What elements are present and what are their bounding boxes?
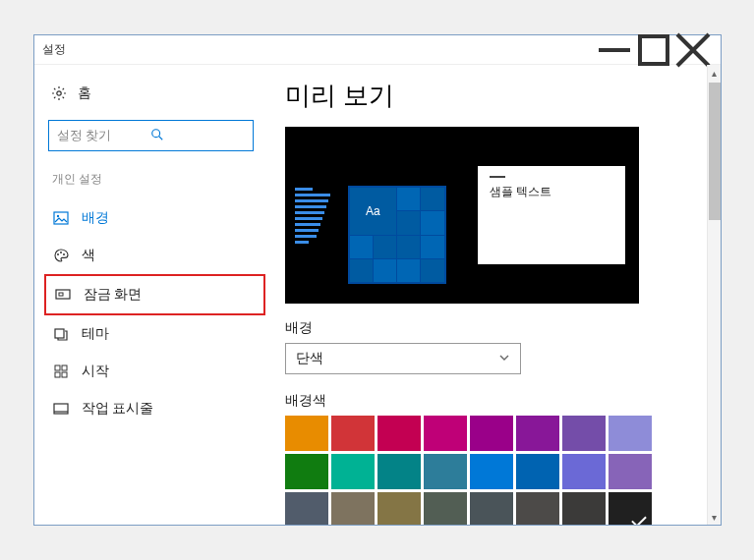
color-swatch[interactable] <box>285 416 328 451</box>
svg-point-11 <box>63 253 65 255</box>
color-swatch[interactable] <box>377 492 421 525</box>
svg-rect-7 <box>54 212 68 224</box>
sidebar-item-background[interactable]: 배경 <box>44 199 265 237</box>
color-swatch[interactable] <box>285 492 328 525</box>
color-swatch[interactable] <box>562 492 606 525</box>
color-swatch[interactable] <box>331 454 375 489</box>
sidebar: 홈 설정 찾기 개인 설정 배경 색 <box>34 65 265 525</box>
sidebar-item-colors[interactable]: 색 <box>44 237 265 274</box>
start-icon <box>52 363 70 380</box>
gear-icon <box>50 84 68 102</box>
sidebar-item-start[interactable]: 시작 <box>44 353 265 390</box>
color-swatch[interactable] <box>562 454 606 489</box>
svg-point-4 <box>56 91 60 95</box>
home-link[interactable]: 홈 <box>44 77 265 110</box>
home-label: 홈 <box>78 84 91 102</box>
nav-label: 배경 <box>82 209 109 227</box>
sample-text: 샘플 텍스트 <box>490 184 613 200</box>
color-swatch[interactable] <box>562 416 606 451</box>
window-title: 설정 <box>42 41 595 58</box>
palette-icon <box>52 247 70 264</box>
sidebar-item-lockscreen[interactable]: 잠금 화면 <box>44 274 265 315</box>
nav-list: 배경 색 잠금 화면 테마 시작 <box>44 199 265 427</box>
themes-icon <box>52 325 70 343</box>
picture-icon <box>52 209 70 227</box>
sidebar-item-taskbar[interactable]: 작업 표시줄 <box>44 390 265 427</box>
color-swatch[interactable] <box>424 492 467 525</box>
color-label: 배경색 <box>285 392 701 410</box>
scrollbar[interactable]: ▴ ▾ <box>707 65 721 525</box>
preview-sample-window: 샘플 텍스트 <box>478 166 625 264</box>
nav-label: 색 <box>82 247 95 264</box>
svg-rect-18 <box>62 372 67 377</box>
svg-rect-14 <box>55 329 64 338</box>
color-swatch[interactable] <box>609 416 652 451</box>
section-label: 개인 설정 <box>44 165 265 194</box>
color-swatch[interactable] <box>516 454 559 489</box>
color-swatch-grid <box>285 416 652 525</box>
color-swatch[interactable] <box>377 454 421 489</box>
chevron-down-icon <box>498 351 510 366</box>
select-value: 단색 <box>296 350 323 367</box>
titlebar: 설정 <box>34 35 721 65</box>
color-swatch[interactable] <box>609 454 652 489</box>
background-select[interactable]: 단색 <box>285 343 521 374</box>
search-placeholder: 설정 찾기 <box>57 127 151 144</box>
preview-start-tiles: Aa <box>348 186 446 284</box>
page-title: 미리 보기 <box>285 79 701 113</box>
color-swatch[interactable] <box>516 492 559 525</box>
content-pane: 미리 보기 Aa 샘플 텍스트 배경 단색 <box>265 65 721 525</box>
sample-line-icon <box>490 176 505 178</box>
color-swatch[interactable] <box>285 454 328 489</box>
svg-point-9 <box>57 253 59 255</box>
svg-rect-17 <box>55 372 60 377</box>
preview-panel: Aa 샘플 텍스트 <box>285 127 639 304</box>
svg-point-10 <box>60 252 62 253</box>
svg-point-8 <box>56 215 58 217</box>
color-swatch[interactable] <box>470 492 513 525</box>
color-swatch[interactable] <box>609 492 652 525</box>
search-icon <box>150 128 245 144</box>
settings-window: 설정 홈 설정 찾기 <box>33 34 722 526</box>
tile-aa: Aa <box>350 188 397 235</box>
sidebar-item-themes[interactable]: 테마 <box>44 315 265 353</box>
search-input[interactable]: 설정 찾기 <box>48 120 254 151</box>
svg-rect-16 <box>62 365 67 370</box>
nav-label: 테마 <box>82 325 109 343</box>
scrollbar-thumb[interactable] <box>709 83 721 220</box>
nav-label: 잠금 화면 <box>84 286 143 304</box>
color-swatch[interactable] <box>470 454 513 489</box>
svg-line-6 <box>159 136 163 140</box>
color-swatch[interactable] <box>516 416 559 451</box>
scroll-down-icon[interactable]: ▾ <box>708 509 722 525</box>
maximize-button[interactable] <box>634 36 673 64</box>
nav-label: 작업 표시줄 <box>82 400 154 418</box>
taskbar-icon <box>52 400 70 418</box>
svg-point-5 <box>152 129 160 137</box>
color-swatch[interactable] <box>470 416 513 451</box>
scroll-up-icon[interactable]: ▴ <box>708 65 722 81</box>
minimize-button[interactable] <box>595 36 634 64</box>
color-swatch[interactable] <box>377 416 421 451</box>
nav-label: 시작 <box>82 363 109 380</box>
close-button[interactable] <box>673 36 713 64</box>
lockscreen-icon <box>54 286 72 304</box>
svg-rect-15 <box>55 365 60 370</box>
svg-rect-1 <box>640 36 667 64</box>
svg-rect-13 <box>59 293 63 296</box>
color-swatch[interactable] <box>424 416 467 451</box>
preview-menu-icon <box>295 188 330 244</box>
color-swatch[interactable] <box>331 416 375 451</box>
color-swatch[interactable] <box>331 492 375 525</box>
background-label: 배경 <box>285 319 701 337</box>
window-buttons <box>595 36 713 64</box>
color-swatch[interactable] <box>424 454 467 489</box>
